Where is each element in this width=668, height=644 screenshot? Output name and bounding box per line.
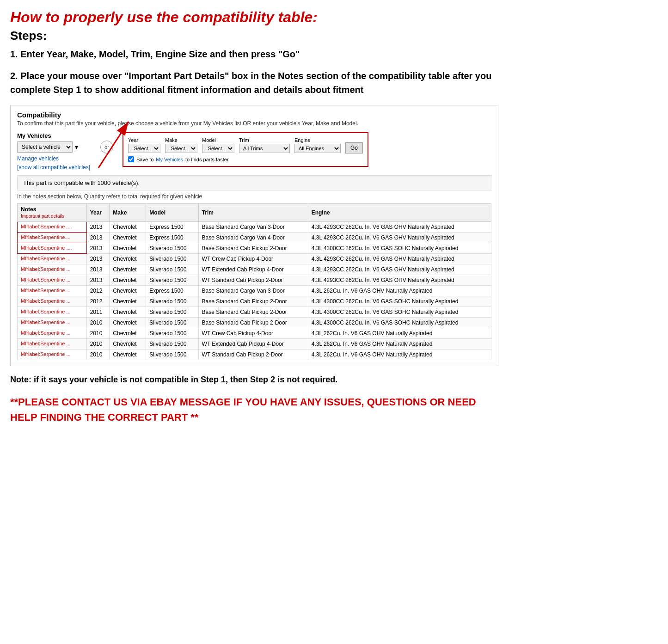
trim-field: Trim All Trims bbox=[239, 137, 290, 153]
ymm-row: Year -Select- Make -Select- Model -Selec… bbox=[128, 137, 363, 153]
go-button[interactable]: Go bbox=[345, 142, 363, 153]
cell-model: Silverado 1500 bbox=[146, 296, 198, 307]
engine-field: Engine All Engines bbox=[294, 137, 341, 153]
cell-make: Chevrolet bbox=[110, 264, 146, 275]
trim-select[interactable]: All Trims bbox=[239, 144, 290, 153]
cell-make: Chevrolet bbox=[110, 275, 146, 286]
cell-make: Chevrolet bbox=[110, 286, 146, 296]
cell-trim: Base Standard Cargo Van 3-Door bbox=[198, 222, 308, 233]
cell-engine: 4.3L 4293CC 262Cu. In. V6 GAS OHV Natura… bbox=[308, 254, 491, 264]
show-all-link[interactable]: [show all compatible vehicles] bbox=[17, 164, 91, 171]
cell-model: Express 1500 bbox=[146, 233, 198, 243]
save-suffix: to finds parts faster bbox=[185, 157, 229, 162]
step1-text: 1. Enter Year, Make, Model, Trim, Engine… bbox=[10, 48, 498, 61]
cell-year: 2012 bbox=[86, 296, 110, 307]
cell-year: 2010 bbox=[86, 350, 110, 360]
table-row: Mfrlabel:Serpentine ... 2012 Chevrolet E… bbox=[18, 286, 491, 296]
quantity-note: In the notes section below, Quantity ref… bbox=[17, 193, 491, 200]
cell-engine: 4.3L 4293CC 262Cu. In. V6 GAS OHV Natura… bbox=[308, 222, 491, 233]
cell-engine: 4.3L 4293CC 262Cu. In. V6 GAS OHV Natura… bbox=[308, 233, 491, 243]
cell-make: Chevrolet bbox=[110, 318, 146, 328]
table-row: Mfrlabel:Serpentine .... 2013 Chevrolet … bbox=[18, 243, 491, 254]
engine-select[interactable]: All Engines bbox=[294, 144, 341, 153]
table-row: Mfrlabel:Serpentine ... 2011 Chevrolet S… bbox=[18, 307, 491, 318]
cell-engine: 4.3L 262Cu. In. V6 GAS OHV Naturally Asp… bbox=[308, 339, 491, 350]
header-year: Year bbox=[86, 204, 110, 222]
save-row: Save to My Vehicles to finds parts faste… bbox=[128, 156, 363, 162]
cell-year: 2011 bbox=[86, 307, 110, 318]
cell-engine: 4.3L 262Cu. In. V6 GAS OHV Naturally Asp… bbox=[308, 286, 491, 296]
model-field: Model -Select- bbox=[202, 137, 234, 153]
cell-engine: 4.3L 4300CC 262Cu. In. V6 GAS SOHC Natur… bbox=[308, 307, 491, 318]
cell-year: 2010 bbox=[86, 328, 110, 339]
manage-vehicles-link[interactable]: Manage vehicles bbox=[17, 155, 91, 162]
cell-notes: Mfrlabel:Serpentine .... bbox=[18, 243, 87, 254]
my-vehicles-link[interactable]: My Vehicles bbox=[156, 157, 183, 162]
cell-model: Express 1500 bbox=[146, 286, 198, 296]
steps-heading: Steps: bbox=[10, 29, 498, 43]
table-row: Mfrlabel:Serpentine ... 2010 Chevrolet S… bbox=[18, 328, 491, 339]
header-make: Make bbox=[110, 204, 146, 222]
cell-engine: 4.3L 4293CC 262Cu. In. V6 GAS OHV Natura… bbox=[308, 264, 491, 275]
main-title: How to properly use the compatibility ta… bbox=[10, 8, 498, 26]
cell-trim: WT Standard Cab Pickup 2-Door bbox=[198, 350, 308, 360]
note-text: Note: if it says your vehicle is not com… bbox=[10, 374, 498, 386]
compatibility-box: Compatibility To confirm that this part … bbox=[10, 105, 498, 366]
cell-year: 2013 bbox=[86, 264, 110, 275]
select-vehicle-wrapper: Select a vehicle ▾ bbox=[17, 141, 91, 153]
cell-notes: Mfrlabel:Serpentine .... bbox=[18, 222, 87, 233]
cell-notes: Mfrlabel:Serpentine ... bbox=[18, 254, 87, 264]
cell-make: Chevrolet bbox=[110, 339, 146, 350]
cell-trim: WT Standard Cab Pickup 2-Door bbox=[198, 275, 308, 286]
make-field: Make -Select- bbox=[165, 137, 197, 153]
cell-make: Chevrolet bbox=[110, 350, 146, 360]
cell-year: 2012 bbox=[86, 286, 110, 296]
table-row: Mfrlabel:Serpentine .... 2013 Chevrolet … bbox=[18, 222, 491, 233]
header-model: Model bbox=[146, 204, 198, 222]
cell-notes: Mfrlabel:Serpentine ... bbox=[18, 318, 87, 328]
table-header-row: Notes Important part details Year Make M… bbox=[18, 204, 491, 222]
my-vehicles-label: My Vehicles bbox=[17, 132, 91, 139]
cell-trim: WT Extended Cab Pickup 4-Door bbox=[198, 264, 308, 275]
cell-model: Silverado 1500 bbox=[146, 307, 198, 318]
cell-trim: Base Standard Cab Pickup 2-Door bbox=[198, 296, 308, 307]
model-select[interactable]: -Select- bbox=[202, 144, 234, 153]
cell-year: 2010 bbox=[86, 318, 110, 328]
cell-year: 2013 bbox=[86, 233, 110, 243]
cell-engine: 4.3L 262Cu. In. V6 GAS OHV Naturally Asp… bbox=[308, 328, 491, 339]
cell-trim: Base Standard Cab Pickup 2-Door bbox=[198, 318, 308, 328]
cell-make: Chevrolet bbox=[110, 296, 146, 307]
cell-make: Chevrolet bbox=[110, 254, 146, 264]
or-circle: or bbox=[100, 141, 113, 153]
my-vehicles-section: My Vehicles Select a vehicle ▾ Manage ve… bbox=[17, 132, 91, 171]
year-select[interactable]: -Select- bbox=[128, 144, 160, 153]
cell-notes: Mfrlabel:Serpentine.... bbox=[18, 233, 87, 243]
cell-model: Silverado 1500 bbox=[146, 350, 198, 360]
cell-trim: Base Standard Cargo Van 3-Door bbox=[198, 286, 308, 296]
save-checkbox[interactable] bbox=[128, 156, 134, 162]
model-label: Model bbox=[202, 137, 234, 143]
compat-subtitle: To confirm that this part fits your vehi… bbox=[17, 120, 491, 127]
table-row: Mfrlabel:Serpentine ... 2010 Chevrolet S… bbox=[18, 350, 491, 360]
trim-label: Trim bbox=[239, 137, 290, 143]
cell-engine: 4.3L 4300CC 262Cu. In. V6 GAS SOHC Natur… bbox=[308, 318, 491, 328]
ymm-section: Year -Select- Make -Select- Model -Selec… bbox=[123, 132, 368, 167]
cell-year: 2013 bbox=[86, 254, 110, 264]
cell-year: 2013 bbox=[86, 222, 110, 233]
cell-year: 2013 bbox=[86, 275, 110, 286]
table-row: Mfrlabel:Serpentine ... 2012 Chevrolet S… bbox=[18, 296, 491, 307]
cell-model: Silverado 1500 bbox=[146, 328, 198, 339]
table-row: Mfrlabel:Serpentine ... 2010 Chevrolet S… bbox=[18, 339, 491, 350]
cell-model: Silverado 1500 bbox=[146, 264, 198, 275]
make-select[interactable]: -Select- bbox=[165, 144, 197, 153]
dropdown-arrow-icon: ▾ bbox=[75, 143, 78, 151]
make-label: Make bbox=[165, 137, 197, 143]
compat-table: Notes Important part details Year Make M… bbox=[17, 203, 491, 360]
select-vehicle-dropdown[interactable]: Select a vehicle bbox=[17, 141, 73, 153]
cell-make: Chevrolet bbox=[110, 307, 146, 318]
cell-make: Chevrolet bbox=[110, 243, 146, 254]
compat-title: Compatibility bbox=[17, 111, 491, 119]
cell-trim: WT Crew Cab Pickup 4-Door bbox=[198, 328, 308, 339]
cell-engine: 4.3L 4300CC 262Cu. In. V6 GAS SOHC Natur… bbox=[308, 243, 491, 254]
cell-notes: Mfrlabel:Serpentine ... bbox=[18, 264, 87, 275]
